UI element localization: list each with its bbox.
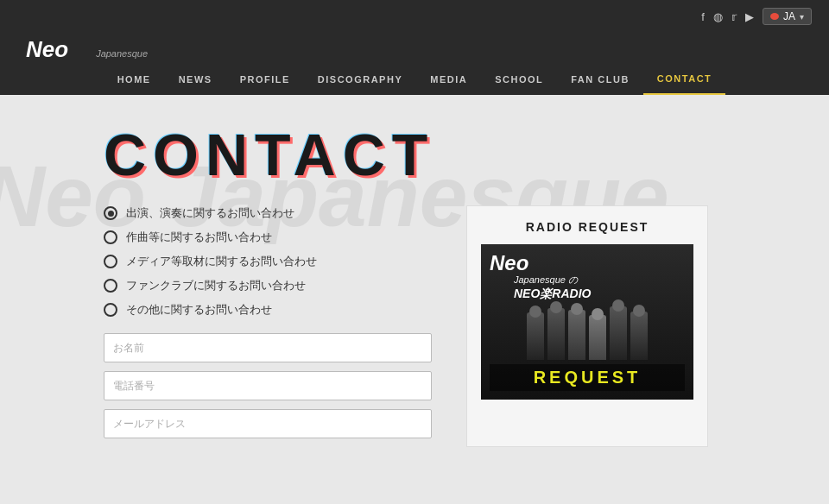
nav-bar: HOME NEWS PROFILE DISCOGRAPHY MEDIA SCHO…: [0, 64, 829, 95]
radio-panel-title: RADIO REQUEST: [481, 220, 693, 234]
email-input[interactable]: [104, 409, 432, 438]
social-icons: f ◍ 𝕣 ▶: [701, 10, 754, 23]
instagram-icon[interactable]: ◍: [713, 10, 723, 23]
nav-contact[interactable]: CONTACT: [643, 64, 725, 95]
logo-sub: Japanesque: [96, 48, 148, 59]
twitter-icon[interactable]: 𝕣: [731, 10, 737, 23]
nav-media[interactable]: MEDIA: [416, 64, 481, 95]
radio-button-4[interactable]: [104, 279, 117, 293]
nav-home[interactable]: HOME: [104, 64, 165, 95]
option-media[interactable]: メディア等取材に関するお問い合わせ: [104, 254, 432, 269]
option-performance[interactable]: 出演、演奏に関するお問い合わせ: [104, 205, 432, 221]
lang-label: JA: [783, 10, 795, 22]
radio-button-1[interactable]: [104, 206, 117, 220]
nav-school[interactable]: SCHOOL: [481, 64, 557, 95]
option-composition-label: 作曲等に関するお問い合わせ: [126, 230, 272, 245]
request-label: REQUEST: [534, 368, 642, 387]
phone-input[interactable]: [104, 371, 432, 400]
youtube-icon[interactable]: ▶: [745, 10, 754, 23]
form-area: 出演、演奏に関するお問い合わせ 作曲等に関するお問い合わせ メディア等取材に関す…: [104, 205, 432, 447]
option-composition[interactable]: 作曲等に関するお問い合わせ: [104, 230, 432, 245]
option-performance-label: 出演、演奏に関するお問い合わせ: [126, 205, 294, 221]
panel-neo-sub: Japanesque の: [514, 274, 591, 287]
radio-button-3[interactable]: [104, 255, 117, 268]
option-fanclub[interactable]: ファンクラブに関するお問い合わせ: [104, 278, 432, 293]
radio-button-2[interactable]: [104, 230, 117, 244]
nav-fanclub[interactable]: FAN CLUB: [557, 64, 643, 95]
panel-neo-radio: NEO楽RADIO: [514, 287, 591, 302]
logo[interactable]: Neo Japanesque: [26, 33, 148, 64]
logo-main: Neo: [26, 38, 68, 60]
language-selector[interactable]: JA ▾: [763, 8, 812, 25]
lang-flag: [770, 13, 779, 20]
main-content: Neo Japanesque CONTACT 出演、演奏に関するお問い合わせ 作…: [0, 95, 829, 504]
option-other-label: その他に関するお問い合わせ: [126, 302, 272, 318]
option-media-label: メディア等取材に関するお問い合わせ: [126, 254, 317, 269]
top-bar: f ◍ 𝕣 ▶ JA ▾: [0, 0, 829, 33]
page-title: CONTACT: [104, 121, 829, 188]
name-input[interactable]: [104, 333, 432, 362]
facebook-icon[interactable]: f: [701, 10, 705, 23]
nav-news[interactable]: NEWS: [165, 64, 226, 95]
nav-profile[interactable]: PROFILE: [226, 64, 304, 95]
radio-request-panel: RADIO REQUEST Neo Japanesque の NEO楽RADIO: [466, 205, 708, 447]
band-image: Neo Japanesque の NEO楽RADIO: [481, 244, 693, 400]
page-heading: CONTACT: [0, 95, 829, 205]
contact-type-options: 出演、演奏に関するお問い合わせ 作曲等に関するお問い合わせ メディア等取材に関す…: [104, 205, 432, 318]
radio-button-5[interactable]: [104, 303, 117, 317]
option-fanclub-label: ファンクラブに関するお問い合わせ: [126, 278, 306, 293]
chevron-down-icon: ▾: [800, 12, 804, 22]
header: Neo Japanesque: [0, 33, 829, 64]
content-area: 出演、演奏に関するお問い合わせ 作曲等に関するお問い合わせ メディア等取材に関す…: [0, 205, 829, 447]
radio-panel-image: Neo Japanesque の NEO楽RADIO: [481, 244, 693, 400]
option-other[interactable]: その他に関するお問い合わせ: [104, 302, 432, 318]
nav-discography[interactable]: DISCOGRAPHY: [304, 64, 416, 95]
panel-neo-logo: Neo: [490, 253, 591, 274]
